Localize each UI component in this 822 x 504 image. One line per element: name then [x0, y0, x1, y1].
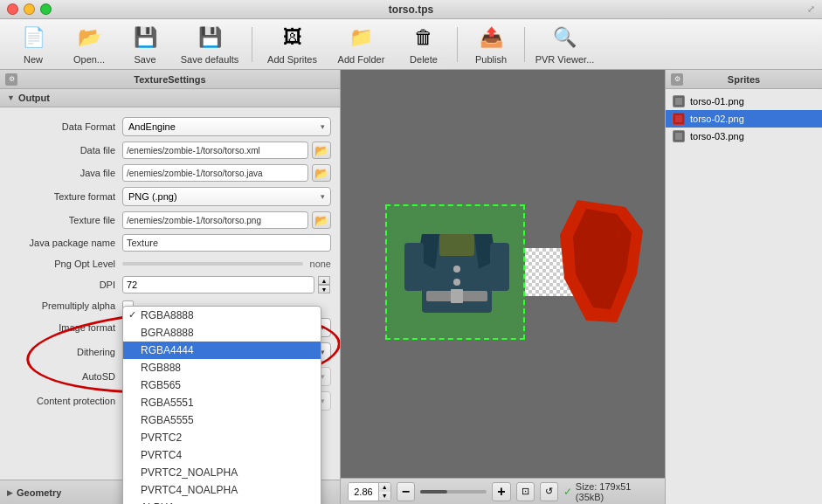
zoom-in-btn[interactable]: +	[492, 482, 510, 501]
data-format-value: AndEngine	[128, 121, 176, 132]
svg-rect-1	[439, 234, 474, 256]
size-info: Size: 179x51 (35kB)	[576, 481, 658, 502]
dropdown-item-rgba8888[interactable]: RGBA8888	[123, 307, 321, 324]
java-package-label: Java package name	[9, 238, 122, 248]
geometry-arrow: ▶	[7, 488, 13, 497]
open-button[interactable]: 📂 Open...	[63, 22, 115, 67]
png-opt-value: none	[310, 259, 331, 269]
zoom-stepper[interactable]: ▲ ▼	[378, 483, 390, 501]
zoom-reset-btn[interactable]: ↺	[540, 482, 558, 501]
png-opt-slider-container: none	[122, 259, 331, 269]
sep2	[457, 27, 458, 62]
close-button[interactable]	[7, 3, 18, 15]
texture-format-value: PNG (.png)	[128, 191, 177, 202]
sprite-item-1[interactable]: torso-01.png	[666, 93, 822, 110]
delete-icon: 🗑	[410, 24, 438, 52]
select-arrow2-icon: ▾	[321, 192, 325, 201]
image-format-label: Image format	[9, 322, 122, 333]
save-defaults-icon: 💾	[196, 24, 224, 52]
dpi-input[interactable]	[122, 276, 314, 293]
dpi-down[interactable]: ▼	[318, 285, 330, 293]
add-folder-button[interactable]: 📁 Add Folder	[328, 22, 394, 67]
save-defaults-button[interactable]: 💾 Save defaults	[175, 22, 245, 67]
dropdown-item-pvrtc4-noalpha[interactable]: PVRTC4_NOALPHA	[123, 481, 321, 499]
output-label: Output	[18, 93, 50, 103]
new-button[interactable]: 📄 New	[7, 22, 59, 67]
texture-file-control: 📂	[122, 211, 331, 229]
dropdown-item-rgba4444[interactable]: RGBA4444	[123, 342, 321, 359]
pvr-viewer-icon: 🔍	[551, 24, 579, 52]
svg-point-7	[453, 279, 460, 286]
dropdown-item-alpha[interactable]: ALPHA	[123, 499, 321, 504]
data-format-select[interactable]: AndEngine ▾	[122, 117, 331, 136]
panel-header: ⚙ TextureSettings	[0, 70, 340, 89]
save-icon: 💾	[131, 24, 159, 52]
dropdown-item-rgba5555[interactable]: RGBA5555	[123, 411, 321, 429]
dpi-label: DPI	[9, 280, 122, 290]
zoom-slider[interactable]	[420, 490, 487, 494]
canvas-content[interactable]	[341, 70, 665, 478]
data-format-control: AndEngine ▾	[122, 117, 331, 136]
premultiply-label: Premultiply alpha	[9, 300, 122, 311]
save-label: Save	[134, 54, 155, 65]
pvr-viewer-button[interactable]: 🔍 PVR Viewer...	[532, 22, 598, 67]
texture-file-label: Texture file	[9, 215, 122, 225]
dropdown-item-rgb888[interactable]: RGB888	[123, 359, 321, 376]
sep1	[252, 27, 252, 62]
texture-file-row: Texture file 📂	[0, 209, 340, 231]
delete-button[interactable]: 🗑 Delete	[397, 22, 450, 67]
data-format-row: Data Format AndEngine ▾	[0, 114, 340, 139]
data-file-label: Data file	[9, 145, 122, 155]
geometry-label: Geometry	[17, 487, 61, 498]
maximize-button[interactable]	[40, 3, 52, 15]
dropdown-item-pvrtc2[interactable]: PVRTC2	[123, 429, 321, 446]
dropdown-item-pvrtc2-noalpha[interactable]: PVRTC2_NOALPHA	[123, 464, 321, 481]
dropdown-item-rgba5551[interactable]: RGBA5551	[123, 394, 321, 411]
texture-file-input[interactable]	[122, 211, 308, 229]
titlebar: torso.tps ⤢	[0, 0, 822, 19]
canvas-area: 2.86 ▲ ▼ − + ⊡ ↺ ✓ Size: 179x51 (35kB)	[341, 70, 665, 504]
zoom-fit-btn[interactable]: ⊡	[516, 482, 535, 501]
java-file-browse[interactable]: 📂	[312, 164, 331, 182]
add-sprites-icon: 🖼	[279, 24, 307, 52]
svg-rect-5	[451, 289, 463, 303]
dropdown-item-pvrtc4[interactable]: PVRTC4	[123, 446, 321, 464]
zoom-out-btn[interactable]: −	[397, 482, 415, 501]
publish-button[interactable]: 📤 Publish	[465, 22, 517, 67]
dpi-stepper[interactable]: ▲ ▼	[318, 276, 330, 293]
main-layout: ⚙ TextureSettings ▼ Output Data Format A…	[0, 70, 822, 504]
add-folder-icon: 📁	[348, 24, 376, 52]
zoom-up-btn[interactable]: ▲	[378, 483, 390, 492]
png-opt-label: Png Opt Level	[9, 259, 122, 269]
png-opt-control: none	[122, 259, 331, 269]
texture-file-browse[interactable]: 📂	[312, 211, 331, 229]
canvas-toolbar-right: ✓ Size: 179x51 (35kB)	[563, 481, 658, 502]
data-file-browse[interactable]: 📂	[312, 142, 331, 159]
canvas-toolbar: 2.86 ▲ ▼ − + ⊡ ↺ ✓ Size: 179x51 (35kB)	[341, 478, 665, 504]
sprite-item-2[interactable]: torso-02.png	[666, 110, 822, 128]
png-opt-slider[interactable]	[122, 262, 303, 266]
java-file-input[interactable]	[122, 164, 308, 182]
resize-icon: ⤢	[807, 3, 815, 15]
red-blob-svg	[560, 200, 643, 327]
minimize-button[interactable]	[24, 3, 35, 15]
texture-format-select[interactable]: PNG (.png) ▾	[122, 187, 331, 206]
svg-rect-13	[675, 115, 682, 122]
sprite-item-3[interactable]: torso-03.png	[666, 128, 822, 145]
output-section-header[interactable]: ▼ Output	[0, 89, 340, 107]
data-file-input[interactable]	[122, 142, 308, 159]
data-file-row: Data file 📂	[0, 139, 340, 162]
java-package-input[interactable]	[122, 234, 331, 252]
add-sprites-button[interactable]: 🖼 Add Sprites	[259, 22, 325, 67]
add-sprites-label: Add Sprites	[267, 54, 317, 65]
pvr-viewer-label: PVR Viewer...	[535, 54, 595, 65]
dpi-up[interactable]: ▲	[318, 276, 330, 285]
java-file-row: Java file 📂	[0, 162, 340, 184]
save-button[interactable]: 💾 Save	[119, 22, 171, 67]
dropdown-item-rgb565[interactable]: RGB565	[123, 376, 321, 394]
dropdown-item-bgra8888[interactable]: BGRA8888	[123, 324, 321, 342]
window-controls[interactable]	[7, 3, 52, 15]
zoom-down-btn[interactable]: ▼	[378, 492, 390, 501]
sprite-name-1: torso-01.png	[690, 96, 744, 107]
image-format-dropdown: RGBA8888 BGRA8888 RGBA4444 RGB888 RGB565…	[122, 306, 321, 504]
